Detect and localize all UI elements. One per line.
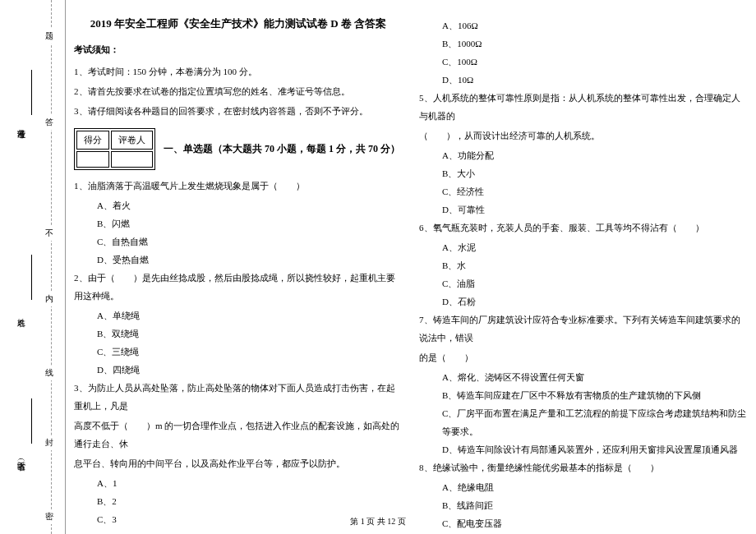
q3-a: A、1 [74, 474, 403, 492]
left-column: 2019 年安全工程师《安全生产技术》能力测试试卷 D 卷 含答案 考试须知： … [74, 16, 403, 534]
q7-a: A、熔化、浇铸区不得设置任何天窗 [419, 368, 748, 386]
q7-c: C、厂房平面布置在满足产量和工艺流程的前提下应综合考虑建筑结构和防尘等要求。 [419, 404, 748, 440]
q5-stem-2: （ ），从而设计出经济可靠的人机系统。 [419, 127, 748, 145]
q2-c: C、三绕绳 [74, 343, 403, 361]
q7-d: D、铸造车间除设计有局部通风装置外，还应利用天窗排风设置屋顶通风器 [419, 440, 748, 458]
q7-stem-2: 的是（ ） [419, 348, 748, 366]
notice-1: 1、考试时间：150 分钟，本卷满分为 100 分。 [74, 62, 403, 81]
notice-2: 2、请首先按要求在试卷的指定位置填写您的姓名、准考证号等信息。 [74, 82, 403, 100]
q4-d: D、10Ω [419, 71, 748, 89]
q8-stem: 8、绝缘试验中，衡量绝缘性能优劣最基本的指标是（ ） [419, 458, 748, 476]
dash-ti: 题 [45, 29, 53, 44]
q6-b: B、水 [419, 256, 748, 274]
q2-stem: 2、由于（ ）是先由丝捻成股，然后由股捻成绳，所以挠性较好，起重机主要用这种绳。 [74, 269, 403, 305]
score-defen-blank[interactable] [76, 151, 109, 168]
q5-a: A、功能分配 [419, 146, 748, 164]
score-table: 得分 评卷人 [74, 128, 155, 170]
section-1-title: 一、单选题（本大题共 70 小题，每题 1 分，共 70 分） [164, 142, 400, 156]
q5-d: D、可靠性 [419, 200, 748, 219]
q2-d: D、四绕绳 [74, 361, 403, 379]
field-province-line [31, 398, 32, 444]
q3-stem-1: 3、为防止人员从高处坠落，防止高处坠落的物体对下面人员造成打击伤害，在起重机上，… [74, 379, 403, 415]
seal-dashed-line [51, 0, 52, 534]
page-content: 2019 年安全工程师《安全生产技术》能力测试试卷 D 卷 含答案 考试须知： … [74, 16, 748, 534]
score-pingjuanren: 评卷人 [111, 131, 153, 150]
q8-b: B、线路间距 [419, 496, 748, 514]
q2-a: A、单绕绳 [74, 306, 403, 325]
q5-stem-1: 5、人机系统的整体可靠性原则是指：从人机系统的整体可靠性出发，合理确定人与机器的 [419, 89, 748, 125]
exam-title: 2019 年安全工程师《安全生产技术》能力测试试卷 D 卷 含答案 [74, 16, 403, 31]
dash-da: 答 [45, 115, 53, 130]
q7-b: B、铸造车间应建在厂区中不释放有害物质的生产建筑物的下风侧 [419, 386, 748, 404]
q6-stem: 6、氧气瓶充装时，充装人员的手套、服装、工具等均不得沾有（ ） [419, 219, 748, 237]
q2-b: B、双绕绳 [74, 325, 403, 343]
dash-bu: 不 [45, 226, 53, 241]
notice-header: 考试须知： [74, 44, 403, 56]
notice-3: 3、请仔细阅读各种题目的回答要求，在密封线内容答题，否则不予评分。 [74, 102, 403, 120]
q7-stem-1: 7、铸造车间的厂房建筑设计应符合专业标准要求。下列有关铸造车间建筑要求的说法中，… [419, 311, 748, 347]
page-footer: 第 1 页 共 12 页 [0, 516, 756, 527]
q1-c: C、自热自燃 [74, 232, 403, 251]
dash-xian: 线 [45, 366, 53, 380]
q6-a: A、水泥 [419, 238, 748, 256]
right-column: A、106Ω B、1000Ω C、100Ω D、10Ω 5、人机系统的整体可靠性… [419, 16, 748, 534]
dash-nei: 内 [45, 292, 53, 306]
q3-d: D、4 [74, 528, 403, 534]
q4-c: C、100Ω [419, 53, 748, 71]
q6-d: D、石粉 [419, 292, 748, 311]
score-defen: 得分 [76, 131, 109, 150]
q3-stem-3: 息平台、转向用的中间平台，以及高处作业平台等，都应予以防护。 [74, 454, 403, 472]
binding-margin: 省（市区） 姓名 准考证号 密 封 线 内 不 答 题 [0, 0, 66, 534]
field-ticket-line [31, 70, 32, 115]
q3-stem-2: 高度不低于（ ）m 的一切合理作业点，包括进入作业点的配套设施，如高处的通行走台… [74, 417, 403, 453]
q4-a: A、106Ω [419, 16, 748, 35]
q1-d: D、受热自燃 [74, 251, 403, 269]
score-section-row: 得分 评卷人 一、单选题（本大题共 70 小题，每题 1 分，共 70 分） [74, 122, 403, 177]
q1-b: B、闪燃 [74, 214, 403, 232]
q1-a: A、着火 [74, 196, 403, 214]
q6-c: C、油脂 [419, 274, 748, 292]
q3-b: B、2 [74, 492, 403, 510]
field-name-line [31, 255, 32, 300]
q1-stem: 1、油脂滴落于高温暖气片上发生燃烧现象是属于（ ） [74, 177, 403, 195]
q4-b: B、1000Ω [419, 35, 748, 53]
q8-a: A、绝缘电阻 [419, 478, 748, 496]
q5-b: B、大小 [419, 164, 748, 182]
score-pingjuanren-blank[interactable] [111, 151, 153, 168]
q5-c: C、经济性 [419, 182, 748, 200]
dash-feng: 封 [45, 435, 53, 450]
